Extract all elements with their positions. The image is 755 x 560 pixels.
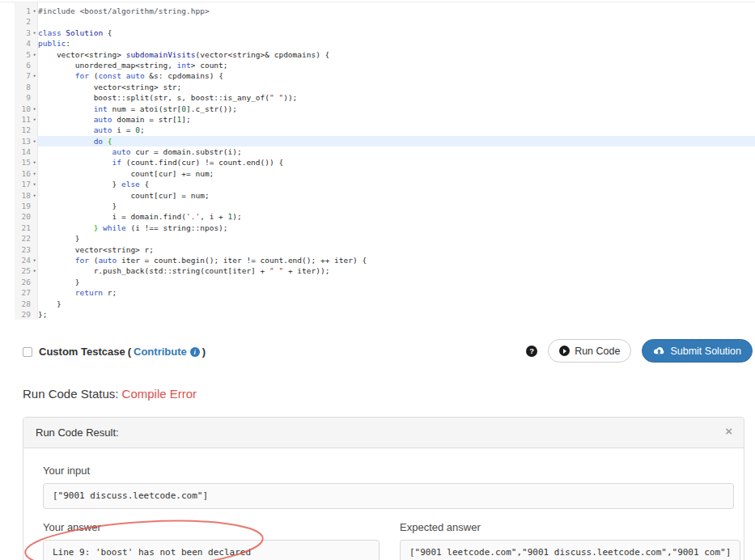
line-number: 22 — [0, 233, 31, 244]
fold-arrow-icon[interactable]: ▾ — [31, 6, 38, 16]
code-text — [38, 16, 755, 27]
fold-arrow-icon[interactable]: ▾ — [31, 104, 38, 114]
fold-arrow-icon[interactable]: ▾ — [31, 70, 38, 81]
fold-arrow-icon[interactable]: ▾ — [31, 136, 38, 146]
code-line[interactable]: 27 return r; — [0, 287, 755, 298]
fold-arrow-icon[interactable]: ▾ — [31, 157, 38, 168]
code-line[interactable]: 12 auto i = 0; — [0, 125, 755, 135]
code-line[interactable]: 8 vector<string> str; — [0, 82, 755, 92]
code-line[interactable]: 13▾ do { — [0, 136, 755, 146]
fold-spacer — [31, 223, 38, 233]
code-text: auto i = 0; — [38, 125, 755, 135]
fold-spacer — [31, 60, 38, 70]
code-line[interactable]: 18▾ count[cur] = num; — [0, 190, 755, 201]
expected-answer-label: Expected answer — [400, 521, 740, 533]
code-text: int num = atoi(str[0].c_str()); — [38, 104, 755, 114]
fold-arrow-icon[interactable]: ▾ — [31, 49, 38, 60]
line-number: 13 — [0, 136, 31, 146]
code-line[interactable]: 24▾ for (auto iter = count.begin(); iter… — [0, 255, 755, 265]
code-text: return r; — [38, 287, 755, 298]
line-number: 4 — [0, 38, 31, 49]
line-number: 14 — [0, 146, 31, 157]
code-text: vector<string> r; — [38, 244, 755, 255]
fold-arrow-icon[interactable]: ▾ — [31, 28, 38, 38]
code-line[interactable]: 4public: — [0, 38, 755, 49]
contribute-link[interactable]: Contribute — [134, 346, 187, 358]
code-editor[interactable]: 1▾#include <boost/algorithm/string.hpp>2… — [0, 2, 755, 320]
code-line[interactable]: 26 } — [0, 277, 755, 287]
paren-close: ) — [202, 346, 206, 358]
code-line[interactable]: 3▾class Solution { — [0, 28, 755, 38]
code-line[interactable]: 11▾ auto domain = str[1]; — [0, 114, 755, 125]
code-line[interactable]: 25▾ r.push_back(std::string(count[iter] … — [0, 265, 755, 276]
code-text: count[cur] = num; — [38, 190, 755, 201]
line-number: 12 — [0, 125, 31, 135]
code-text: vector<string> str; — [38, 82, 755, 92]
your-answer-label: Your answer — [43, 521, 380, 533]
help-icon[interactable]: ? — [526, 346, 537, 357]
fold-spacer — [31, 146, 38, 157]
code-line[interactable]: 22 } — [0, 233, 755, 244]
submit-solution-label: Submit Solution — [670, 346, 741, 357]
line-number: 23 — [0, 244, 31, 255]
code-line[interactable]: 21 } while (i !== string::npos); — [0, 223, 755, 233]
line-number: 29 — [0, 309, 31, 320]
code-line[interactable]: 1▾#include <boost/algorithm/string.hpp> — [0, 6, 755, 16]
action-buttons: ? Run Code Submit Solution — [526, 339, 753, 363]
result-panel-title: Run Code Result: — [36, 426, 119, 439]
code-text: unordered_map<string, int> count; — [38, 60, 755, 70]
code-line[interactable]: 14 auto cur = domain.substr(i); — [0, 146, 755, 157]
code-line[interactable]: 20 i = domain.find('.', i + 1); — [0, 211, 755, 222]
fold-arrow-icon[interactable]: ▾ — [31, 179, 38, 189]
code-text: count[cur] += num; — [38, 168, 755, 179]
code-text: r.push_back(std::string(count[iter] + " … — [38, 265, 755, 276]
run-code-result-panel: Run Code Result: × Your input ["9001 dis… — [23, 417, 744, 560]
code-text: i = domain.find('.', i + 1); — [38, 211, 755, 222]
code-line[interactable]: 5▾ vector<string> subdomainVisits(vector… — [0, 49, 755, 60]
code-line[interactable]: 9 boost::split(str, s, boost::is_any_of(… — [0, 92, 755, 103]
run-code-button[interactable]: Run Code — [548, 339, 631, 363]
line-number: 25 — [0, 265, 31, 276]
code-line[interactable]: 23 vector<string> r; — [0, 244, 755, 255]
fold-arrow-icon[interactable]: ▾ — [31, 255, 38, 265]
code-text: if (count.find(cur) != count.end()) { — [38, 157, 755, 168]
close-icon[interactable]: × — [725, 425, 732, 437]
code-line[interactable]: 6 unordered_map<string, int> count; — [0, 60, 755, 70]
submit-solution-button[interactable]: Submit Solution — [642, 339, 753, 363]
code-line[interactable]: 16▾ count[cur] += num; — [0, 168, 755, 179]
fold-spacer — [31, 125, 38, 135]
code-line[interactable]: 17▾ } else { — [0, 179, 755, 189]
code-text: public: — [38, 38, 755, 49]
code-text: auto domain = str[1]; — [38, 114, 755, 125]
code-text: boost::split(str, s, boost::is_any_of(" … — [38, 92, 755, 103]
fold-spacer — [31, 277, 38, 287]
info-icon[interactable]: i — [190, 347, 200, 357]
fold-arrow-icon[interactable]: ▾ — [31, 265, 38, 276]
code-line[interactable]: 28 } — [0, 299, 755, 309]
code-line[interactable]: 19 } — [0, 201, 755, 211]
code-text: } — [38, 277, 755, 287]
code-text: } — [38, 299, 755, 309]
fold-spacer — [31, 201, 38, 211]
code-line[interactable]: 15▾ if (count.find(cur) != count.end()) … — [0, 157, 755, 168]
code-text: }; — [38, 309, 755, 320]
fold-spacer — [31, 16, 38, 27]
fold-spacer — [31, 233, 38, 244]
fold-spacer — [31, 244, 38, 255]
code-text: #include <boost/algorithm/string.hpp> — [38, 6, 755, 16]
line-number: 19 — [0, 201, 31, 211]
fold-arrow-icon[interactable]: ▾ — [31, 114, 38, 125]
code-text: for (auto iter = count.begin(); iter != … — [38, 255, 755, 265]
code-text: class Solution { — [38, 28, 755, 38]
code-line[interactable]: 2 — [0, 16, 755, 27]
line-number: 16 — [0, 168, 31, 179]
fold-arrow-icon[interactable]: ▾ — [31, 190, 38, 201]
fold-arrow-icon[interactable]: ▾ — [31, 168, 38, 179]
custom-testcase-checkbox[interactable] — [23, 347, 32, 357]
code-text: } — [38, 233, 755, 244]
code-line[interactable]: 29}; — [0, 309, 755, 320]
code-line[interactable]: 7▾ for (const auto &s: cpdomains) { — [0, 70, 755, 81]
code-line[interactable]: 10▾ int num = atoi(str[0].c_str()); — [0, 104, 755, 114]
line-number: 24 — [0, 255, 31, 265]
your-answer-value: Line 9: 'boost' has not been declared — [43, 540, 380, 560]
